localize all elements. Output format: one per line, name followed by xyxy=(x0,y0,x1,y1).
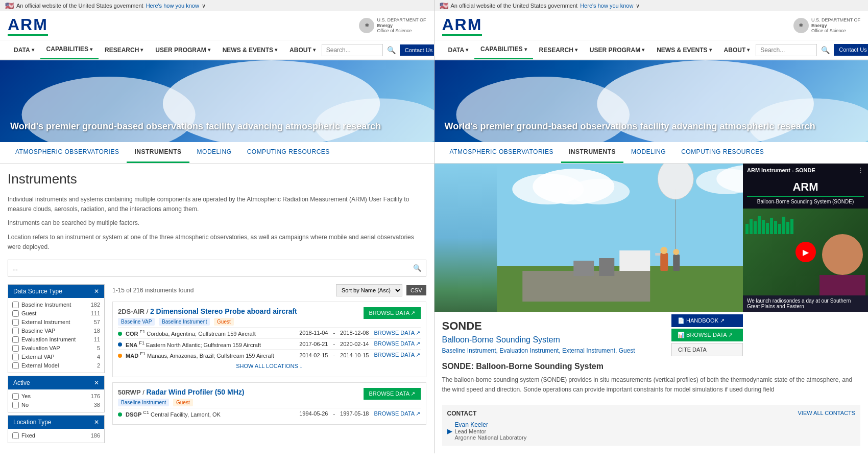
nav-search-button-right[interactable]: 🔍 xyxy=(821,46,830,54)
how-to-know-link-right[interactable]: Here's how you know xyxy=(580,3,633,9)
video-menu-icon[interactable]: ⋮ xyxy=(857,166,864,174)
filter-checkbox-fixed[interactable] xyxy=(12,432,19,439)
filter-checkbox-eval-vap[interactable] xyxy=(12,345,19,352)
instrument-name-2ds-air[interactable]: 2 Dimensional Stereo Probe aboard aircra… xyxy=(150,307,297,315)
filter-item-baseline-vap: Baseline VAP 18 xyxy=(12,327,100,335)
filter-label-baseline-vap[interactable]: Baseline VAP xyxy=(12,328,55,334)
svg-point-13 xyxy=(673,249,679,255)
svg-point-3 xyxy=(568,179,630,204)
filter-checkbox-baseline-vap[interactable] xyxy=(12,328,19,334)
location-row-mad: MAD F1 Manaus, Amazonas, Brazil; Gulfstr… xyxy=(118,349,421,360)
nav-research-left[interactable]: RESEARCH ▾ xyxy=(99,41,149,59)
filter-label-guest[interactable]: Guest xyxy=(12,310,36,317)
browse-data-link-dsgp[interactable]: BROWSE DATA ↗ xyxy=(374,410,420,417)
filter-group-location-type: Location Type ✕ Fixed 186 xyxy=(8,415,105,443)
browse-data-detail-button[interactable]: 📊 BROWSE DATA ↗ xyxy=(671,329,743,341)
filter-checkbox-baseline[interactable] xyxy=(12,302,19,308)
sonde-instrument-title: SONDE xyxy=(442,319,861,333)
filter-header-active[interactable]: Active ✕ xyxy=(8,376,104,389)
browse-data-link-mad[interactable]: BROWSE DATA ↗ xyxy=(374,352,420,358)
cite-data-button[interactable]: CITE DATA xyxy=(671,343,743,356)
filter-label-eval-inst[interactable]: Evaluation Instrument xyxy=(12,336,76,343)
nav-data-right[interactable]: DATA ▾ xyxy=(442,41,475,59)
nav-news-right[interactable]: NEWS & EVENTS ▾ xyxy=(650,41,717,59)
nav-capabilities-right[interactable]: CAPABILITIES ▾ xyxy=(474,40,533,59)
filter-label-yes[interactable]: Yes xyxy=(12,393,31,400)
nav-user-program-right[interactable]: USER PROGRAM ▾ xyxy=(584,41,650,59)
tag-baseline-inst-2ds-air: Baseline Instrument xyxy=(159,318,210,326)
show-all-locations-2ds-air[interactable]: SHOW ALL LOCATIONS ↓ xyxy=(118,360,421,372)
filter-label-eval-vap[interactable]: Evaluation VAP xyxy=(12,345,60,352)
sub-nav-modeling-left[interactable]: MODELING xyxy=(189,142,239,163)
sonde-instrument-subtitle[interactable]: Balloon-Borne Sounding System xyxy=(442,335,861,344)
sub-nav-observatories-right[interactable]: ATMOSPHERIC OBSERVATORIES xyxy=(442,142,561,163)
nav-search-input-left[interactable] xyxy=(322,44,383,56)
tag-guest-2ds-air: Guest xyxy=(214,318,234,326)
nav-research-right[interactable]: RESEARCH ▾ xyxy=(533,41,584,59)
instrument-name-50rwp[interactable]: Radar Wind Profiler (50 MHz) xyxy=(146,388,244,396)
contact-us-button-right[interactable]: Contact Us ↗ xyxy=(834,44,868,56)
sub-nav-computing-right[interactable]: COMPUTING RESOURCES xyxy=(673,142,771,163)
hero-text-right: World's premier ground-based observation… xyxy=(445,121,815,132)
filter-label-no[interactable]: No xyxy=(12,402,29,408)
arm-logo-right[interactable]: ARM xyxy=(442,15,483,36)
handbook-button[interactable]: 📄 HANDBOOK ↗ xyxy=(671,314,743,327)
contact-name[interactable]: Evan Keeler xyxy=(455,421,527,428)
instrument-locations-2ds-air: COR F1 Cordoba, Argentina; Gulfstream 15… xyxy=(118,327,421,372)
instrument-search-button[interactable]: 🔍 xyxy=(409,260,426,276)
browse-data-button-50rwp[interactable]: BROWSE DATA ↗ xyxy=(364,388,420,400)
results-count: 1-15 of 216 instruments found xyxy=(112,287,194,294)
filter-label-external[interactable]: External Instrument xyxy=(12,319,70,326)
intro-text-2-left: Instruments can be searched by multiple … xyxy=(8,218,426,228)
nav-search-button-left[interactable]: 🔍 xyxy=(387,46,396,54)
filter-checkbox-ext-model[interactable] xyxy=(12,362,19,369)
filters-panel: Data Source Type ✕ Baseline Instrument 1… xyxy=(8,284,105,446)
hero-banner-right: World's premier ground-based observation… xyxy=(435,60,869,142)
nav-search-input-right[interactable] xyxy=(756,44,817,56)
filter-checkbox-no[interactable] xyxy=(12,402,19,408)
filter-label-ext-vap[interactable]: External VAP xyxy=(12,354,55,360)
nav-capabilities-left[interactable]: CAPABILITIES ▾ xyxy=(40,40,99,59)
contact-us-button-left[interactable]: Contact Us xyxy=(400,44,434,56)
browse-data-link-cor[interactable]: BROWSE DATA ↗ xyxy=(374,330,420,336)
filter-body-active: Yes 176 No 38 xyxy=(8,389,104,412)
instrument-search-input[interactable] xyxy=(8,260,409,276)
filter-label-ext-model[interactable]: External Model xyxy=(12,362,59,369)
sub-nav-observatories-left[interactable]: ATMOSPHERIC OBSERVATORIES xyxy=(8,142,127,163)
nav-about-left[interactable]: ABOUT ▾ xyxy=(283,41,322,59)
csv-button[interactable]: CSV xyxy=(406,285,426,295)
energy-circle-left: ⚛ xyxy=(359,18,374,33)
filter-header-location-type[interactable]: Location Type ✕ xyxy=(8,416,104,429)
video-play-button[interactable]: ▶ xyxy=(795,242,816,262)
sonde-section-title: SONDE: Balloon-Borne Sounding System xyxy=(442,362,861,371)
video-thumbnail[interactable]: ▶ xyxy=(743,209,868,295)
sub-nav-computing-left[interactable]: COMPUTING RESOURCES xyxy=(239,142,337,163)
browse-data-link-ena[interactable]: BROWSE DATA ↗ xyxy=(374,340,420,347)
nav-news-left[interactable]: NEWS & EVENTS ▾ xyxy=(216,41,283,59)
video-title: ARM Instrument - SONDE xyxy=(747,167,815,173)
nav-user-program-left[interactable]: USER PROGRAM ▾ xyxy=(149,41,216,59)
energy-logo-left: ⚛ U.S. DEPARTMENT OF Energy Office of Sc… xyxy=(359,17,426,34)
filter-checkbox-ext-vap[interactable] xyxy=(12,354,19,360)
filter-body-location-type: Fixed 186 xyxy=(8,429,104,443)
filter-label-baseline[interactable]: Baseline Instrument xyxy=(12,302,71,308)
sub-nav-modeling-right[interactable]: MODELING xyxy=(623,142,673,163)
filter-checkbox-guest[interactable] xyxy=(12,310,19,317)
sub-nav-instruments-left[interactable]: INSTRUMENTS xyxy=(127,142,189,163)
location-row-ena: ENA F1 Eastern North Atlantic; Gulfstrea… xyxy=(118,338,421,350)
filter-checkbox-yes[interactable] xyxy=(12,393,19,400)
sub-nav-instruments-right[interactable]: INSTRUMENTS xyxy=(561,142,623,163)
sort-select[interactable]: Sort by Name (Asc) xyxy=(336,284,402,296)
filter-checkbox-external[interactable] xyxy=(12,319,19,326)
how-to-know-link-left[interactable]: Here's how you know xyxy=(146,3,199,9)
filter-header-data-source[interactable]: Data Source Type ✕ xyxy=(8,285,104,298)
video-header: ARM Instrument - SONDE ⋮ xyxy=(743,164,868,176)
filter-label-fixed[interactable]: Fixed xyxy=(12,432,35,439)
view-all-contacts-link[interactable]: VIEW ALL CONTACTS xyxy=(798,410,855,417)
nav-data-left[interactable]: DATA ▾ xyxy=(8,41,40,59)
arm-logo-left[interactable]: ARM xyxy=(8,15,48,36)
nav-about-right[interactable]: ABOUT ▾ xyxy=(718,41,756,59)
location-info-cor: COR F1 Cordoba, Argentina; Gulfstream 15… xyxy=(118,329,256,337)
filter-checkbox-eval-inst[interactable] xyxy=(12,336,19,343)
browse-data-button-2ds-air[interactable]: BROWSE DATA ↗ xyxy=(364,307,420,319)
